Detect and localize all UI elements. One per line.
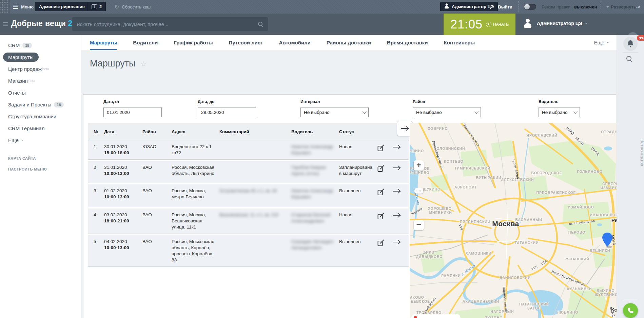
current-user-menu[interactable]: Администратор ЦЭ	[523, 18, 589, 28]
cell-open[interactable]	[392, 144, 409, 156]
filter-select[interactable]: Не выбрано	[539, 107, 580, 117]
col-driver: Водитель	[291, 129, 339, 134]
cell-edit[interactable]	[377, 164, 392, 179]
cell-district: ВАО	[142, 239, 172, 263]
moscow-map[interactable]: ХОВРИНООТРАДНОЕЯРОСЛАВСКИЙГОЛОВИНСКИЙТУШ…	[410, 123, 617, 318]
cell-open[interactable]	[392, 239, 409, 263]
logout-button[interactable]: Выйти	[498, 0, 512, 14]
cell-edit[interactable]	[377, 144, 392, 156]
edit-route-button[interactable]	[377, 188, 385, 197]
filter-select[interactable]: Не выбрано	[300, 107, 369, 117]
cell-comment: Островитянова 45, к 1, кв. 44	[219, 188, 291, 203]
select-value: Не выбрано	[304, 110, 330, 115]
cell-driver: Никитин Александр Юрьевич	[291, 144, 339, 156]
sitemap-link[interactable]: КАРТА САЙТА	[8, 156, 81, 160]
open-chat-button[interactable]	[623, 303, 638, 318]
admin-user-button[interactable]: Администратор ЦЭ	[440, 2, 498, 11]
open-route-button[interactable]	[392, 213, 401, 219]
divider	[518, 1, 519, 12]
clear-cache-button[interactable]: ↻ Сбросить кеш	[114, 0, 151, 14]
administration-button[interactable]: Администрирование	[35, 2, 89, 11]
filter-label: Район	[413, 99, 481, 104]
filter-2: Дата, до	[198, 99, 256, 117]
sidebar-item-6[interactable]: Задачи и Проекты18	[8, 99, 81, 111]
sidebar-hamburger-button[interactable]	[3, 21, 8, 28]
chevron-down-icon	[573, 110, 578, 114]
favorite-star-icon[interactable]: ☆	[140, 60, 147, 68]
table-row-3[interactable]: 301.02.202010:00-13:00ВАОРоссия, Москва,…	[88, 184, 409, 207]
edit-route-button[interactable]	[377, 165, 385, 173]
pin-button[interactable]: 📌︎	[636, 0, 641, 14]
cell-open[interactable]	[392, 188, 409, 203]
edit-mode-toggle[interactable]	[524, 0, 536, 14]
edit-mode-state: выключен	[574, 0, 597, 14]
open-route-button[interactable]	[392, 239, 401, 246]
map-zoom-in-button[interactable]: +	[414, 160, 424, 171]
worktime-timer[interactable]: 21:05 НАЧАТЬ	[444, 14, 515, 35]
sidebar-item-1[interactable]: CRM18	[8, 39, 81, 51]
sidebar-item-8[interactable]: CRM Терминал	[8, 122, 81, 134]
filter-input[interactable]	[198, 107, 256, 117]
tab-2[interactable]: Водители	[133, 35, 158, 50]
cell-edit[interactable]	[377, 188, 392, 203]
app-logo[interactable]: Добрые вещи24	[11, 19, 77, 28]
global-search-input[interactable]: искать сотрудника, документ, прочее...	[72, 17, 268, 31]
tab-6[interactable]: Районы доставки	[327, 35, 371, 50]
tab-more[interactable]: Еще	[594, 35, 609, 50]
cell-address: Россия, Москва, Вешняковская улица, 11к1	[172, 212, 219, 230]
search-icon	[258, 22, 263, 27]
routes-table: № Дата Район Адрес Комментарий Водитель …	[88, 123, 409, 268]
sidebar-item-7[interactable]: Структура компании	[8, 111, 81, 122]
tab-4[interactable]: Путевой лист	[229, 35, 263, 50]
filter-input[interactable]	[103, 107, 162, 117]
sidebar-item-2[interactable]: Маршруты	[8, 51, 81, 63]
hamburger-icon	[13, 4, 18, 10]
sidebar-item-3[interactable]: Центр продажbeta	[8, 63, 81, 75]
main-area: МаршрутыВодителиГрафик работыПутевой лис…	[81, 35, 617, 318]
cell-district: ЮЗАО	[142, 144, 172, 156]
open-route-button[interactable]	[392, 165, 401, 172]
sidebar-item-label: CRM	[8, 42, 20, 48]
cell-status: Новая	[339, 144, 377, 156]
sidebar-item-9[interactable]: Ещё	[8, 134, 81, 146]
cell-date: 30.01.202015:00-18:00	[104, 144, 142, 156]
rail-search-button[interactable]	[626, 56, 632, 63]
performance-counter-button[interactable]: i 2	[87, 2, 106, 11]
tab-5[interactable]: Автомобили	[279, 35, 311, 50]
tab-7[interactable]: Время доставки	[387, 35, 428, 50]
table-row-2[interactable]: 231.01.202010:00-13:00ВАОРоссия, Московс…	[88, 161, 409, 183]
open-route-button[interactable]	[392, 144, 401, 151]
select-value: Не выбрано	[416, 110, 442, 115]
cell-edit[interactable]	[377, 212, 392, 230]
toggle-switch-icon[interactable]	[524, 4, 536, 10]
sidebar-item-5[interactable]: Отчеты	[8, 87, 81, 99]
filter-select[interactable]: Не выбрано	[413, 107, 481, 117]
cell-status: Новая	[339, 212, 377, 230]
edit-route-button[interactable]	[377, 144, 385, 153]
open-route-button[interactable]	[392, 188, 401, 195]
sidebar-item-4[interactable]: Магазинbeta	[8, 75, 81, 87]
divider	[623, 52, 638, 53]
configure-menu-link[interactable]: НАСТРОИТЬ МЕНЮ	[8, 167, 81, 171]
tab-3[interactable]: График работы	[174, 35, 213, 50]
sidebar-item-label: Магазин	[8, 78, 28, 84]
tab-8[interactable]: Контейнеры	[444, 35, 475, 50]
cell-open[interactable]	[392, 212, 409, 230]
chevron-down-icon	[474, 110, 479, 114]
expand-button[interactable]: Развернуть	[606, 0, 636, 14]
admin-menu-button[interactable]: Меню	[13, 0, 34, 14]
tab-1[interactable]: Маршруты	[90, 35, 117, 50]
beta-tag: beta	[28, 79, 35, 83]
cell-open[interactable]	[392, 164, 409, 179]
notifications-button[interactable]: 99+	[623, 37, 638, 51]
edit-route-button[interactable]	[377, 213, 385, 221]
table-row-4[interactable]: 403.02.202018:00-21:00ВАОРоссия, Москва,…	[88, 208, 409, 234]
admin-bar-drag-handle[interactable]	[0, 0, 9, 14]
cell-edit[interactable]	[377, 239, 392, 263]
filter-3: ИнтервалНе выбрано	[300, 99, 369, 117]
map-zoom-out-button[interactable]: −	[414, 220, 424, 230]
table-row-5[interactable]: 504.02.202010:00-13:00ВАОРоссия, Московс…	[88, 235, 409, 267]
map-zoom-slider[interactable]: ::::	[414, 188, 423, 194]
edit-route-button[interactable]	[377, 239, 385, 247]
table-row-1[interactable]: 130.01.202015:00-18:00ЮЗАОВведенского 22…	[88, 140, 409, 160]
